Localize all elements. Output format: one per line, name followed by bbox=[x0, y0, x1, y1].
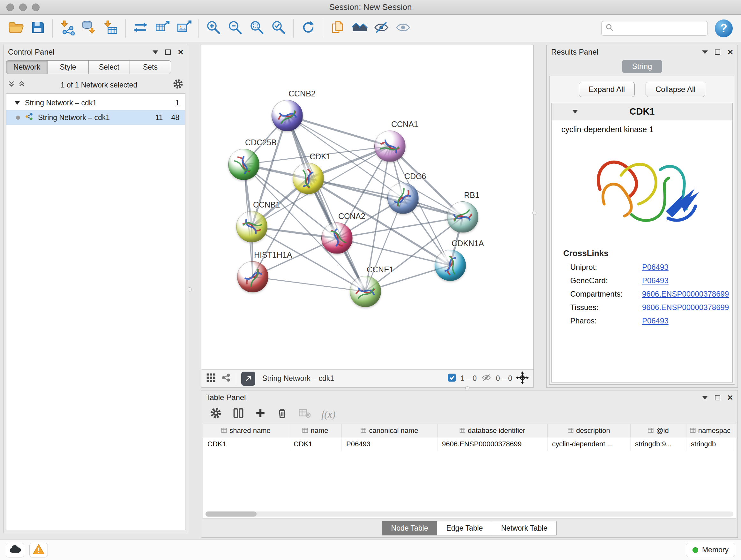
splitter-handle[interactable] bbox=[532, 211, 536, 215]
upper-region: CCNB2CCNA1CDC25BCDK1CDC6RB1CCNB1CCNA2CDK… bbox=[201, 45, 738, 388]
close-panel-icon[interactable]: × bbox=[178, 47, 184, 57]
table-row[interactable]: CDK1 CDK1 P06493 9606.ENSP00000378699 cy… bbox=[203, 437, 736, 451]
column-header-id[interactable]: @id bbox=[630, 424, 686, 437]
home-button[interactable] bbox=[349, 17, 370, 39]
network-node-ccna1[interactable] bbox=[374, 131, 406, 162]
import-network-database-icon bbox=[81, 19, 97, 37]
memory-button[interactable]: Memory bbox=[686, 543, 735, 557]
horizontal-scrollbar[interactable] bbox=[205, 511, 733, 516]
tab-node-table[interactable]: Node Table bbox=[382, 521, 437, 536]
network-node-ccnb1[interactable] bbox=[236, 211, 267, 242]
close-panel-icon[interactable]: × bbox=[727, 393, 733, 402]
tree-expander-icon[interactable] bbox=[15, 101, 20, 105]
move-crosshair-icon[interactable] bbox=[516, 371, 529, 386]
crosslink-compartments-link[interactable]: 9606.ENSP00000378699 bbox=[642, 290, 729, 299]
collapse-all-button[interactable]: Collapse All bbox=[646, 82, 705, 97]
crosslink-pharos-link[interactable]: P06493 bbox=[642, 316, 669, 325]
network-node-cdc6[interactable] bbox=[387, 183, 419, 214]
import-table-button[interactable] bbox=[100, 17, 122, 39]
search-input[interactable] bbox=[616, 24, 708, 33]
help-button[interactable]: ? bbox=[715, 19, 733, 37]
scrollbar-thumb[interactable] bbox=[205, 511, 257, 516]
hide-details-button[interactable] bbox=[370, 17, 392, 39]
network-node-cdkn1a[interactable] bbox=[434, 250, 466, 281]
float-panel-icon[interactable] bbox=[715, 395, 720, 400]
column-header-description[interactable]: description bbox=[548, 424, 630, 437]
warnings-button[interactable] bbox=[29, 543, 48, 557]
cell-canonical-name[interactable]: P06493 bbox=[342, 437, 437, 451]
float-panel-icon[interactable] bbox=[165, 50, 171, 55]
gene-card-header[interactable]: CDK1 bbox=[552, 103, 732, 120]
import-network-database-button[interactable] bbox=[78, 17, 100, 39]
close-panel-icon[interactable]: × bbox=[727, 47, 733, 57]
save-session-button[interactable] bbox=[27, 17, 49, 39]
zoom-selected-button[interactable] bbox=[268, 17, 289, 39]
tab-network[interactable]: Network bbox=[6, 60, 48, 74]
tab-sets[interactable]: Sets bbox=[130, 60, 171, 74]
cell-name[interactable]: CDK1 bbox=[289, 437, 342, 451]
network-node-rb1[interactable] bbox=[447, 201, 478, 233]
zoom-fit-button[interactable] bbox=[246, 17, 268, 39]
network-node-label: CCNB2 bbox=[288, 89, 316, 98]
birds-eye-grid-icon[interactable] bbox=[206, 373, 216, 385]
import-network-file-button[interactable] bbox=[57, 17, 78, 39]
network-node-hist1h1a[interactable] bbox=[237, 261, 268, 293]
cell-shared-name[interactable]: CDK1 bbox=[203, 437, 289, 451]
float-panel-icon[interactable] bbox=[715, 50, 720, 55]
crosslink-genecard-link[interactable]: P06493 bbox=[642, 276, 669, 285]
tab-style[interactable]: Style bbox=[47, 60, 89, 74]
splitter-handle[interactable] bbox=[465, 386, 469, 390]
column-header-database-identifier[interactable]: database identifier bbox=[437, 424, 548, 437]
cell-description[interactable]: cyclin-dependent ... bbox=[548, 437, 630, 451]
panel-menu-icon[interactable] bbox=[152, 51, 158, 54]
show-columns-icon[interactable] bbox=[232, 408, 244, 421]
panel-menu-icon[interactable] bbox=[702, 51, 708, 54]
string-tab[interactable]: String bbox=[622, 60, 663, 73]
network-node-ccnb2[interactable] bbox=[272, 100, 303, 131]
add-column-icon[interactable] bbox=[255, 408, 266, 421]
collapse-all-icon[interactable] bbox=[8, 80, 15, 90]
network-row-selected[interactable]: String Network – cdk1 11 48 bbox=[6, 110, 185, 125]
control-panel-title: Control Panel bbox=[8, 48, 54, 57]
column-header-namespace[interactable]: namespac bbox=[686, 424, 734, 437]
cell-database-identifier[interactable]: 9606.ENSP00000378699 bbox=[437, 437, 548, 451]
crosslink-uniprot-link[interactable]: P06493 bbox=[642, 263, 669, 272]
network-node-ccna2[interactable] bbox=[321, 223, 353, 254]
network-view: CCNB2CCNA1CDC25BCDK1CDC6RB1CCNB1CCNA2CDK… bbox=[201, 45, 534, 388]
crosslink-tissues-link[interactable]: 9606.ENSP00000378699 bbox=[642, 303, 729, 312]
cell-namespace[interactable]: stringdb bbox=[686, 437, 734, 451]
cell-id[interactable]: stringdb:9... bbox=[630, 437, 686, 451]
tab-edge-table[interactable]: Edge Table bbox=[437, 521, 492, 536]
table-tabs: Node Table Edge Table Network Table bbox=[201, 519, 738, 537]
show-details-button[interactable] bbox=[392, 17, 414, 39]
export-image-button[interactable] bbox=[173, 17, 195, 39]
network-collection-row[interactable]: String Network – cdk1 1 bbox=[6, 96, 185, 110]
network-node-ccne1[interactable] bbox=[350, 276, 381, 307]
share-network-icon[interactable] bbox=[221, 373, 231, 384]
column-header-name[interactable]: name bbox=[289, 424, 342, 437]
tab-network-table[interactable]: Network Table bbox=[492, 521, 556, 536]
panel-menu-icon[interactable] bbox=[702, 396, 708, 399]
collapse-gene-icon[interactable] bbox=[572, 110, 578, 113]
network-from-selection-button[interactable] bbox=[130, 17, 151, 39]
zoom-out-button[interactable] bbox=[224, 17, 246, 39]
expand-all-icon[interactable] bbox=[18, 80, 25, 90]
export-table-button[interactable] bbox=[151, 17, 173, 39]
open-session-button[interactable] bbox=[5, 17, 27, 39]
column-header-shared-name[interactable]: shared name bbox=[203, 424, 289, 437]
table-settings-gear-icon[interactable] bbox=[210, 407, 222, 421]
splitter-handle[interactable] bbox=[188, 287, 192, 292]
tab-select[interactable]: Select bbox=[88, 60, 130, 74]
network-node-cdk1[interactable] bbox=[293, 163, 324, 194]
expand-all-button[interactable]: Expand All bbox=[579, 82, 635, 97]
network-canvas[interactable]: CCNB2CCNA1CDC25BCDK1CDC6RB1CCNB1CCNA2CDK… bbox=[201, 45, 533, 369]
cloud-status-button[interactable] bbox=[6, 543, 24, 557]
delete-column-icon[interactable] bbox=[277, 408, 287, 421]
zoom-in-button[interactable] bbox=[203, 17, 224, 39]
open-in-window-button[interactable] bbox=[241, 372, 255, 386]
column-header-canonical-name[interactable]: canonical name bbox=[342, 424, 437, 437]
apply-layout-button[interactable] bbox=[297, 17, 319, 39]
gear-icon[interactable] bbox=[173, 78, 184, 91]
copy-button[interactable] bbox=[327, 17, 349, 39]
network-node-cdc25b[interactable] bbox=[228, 149, 259, 180]
